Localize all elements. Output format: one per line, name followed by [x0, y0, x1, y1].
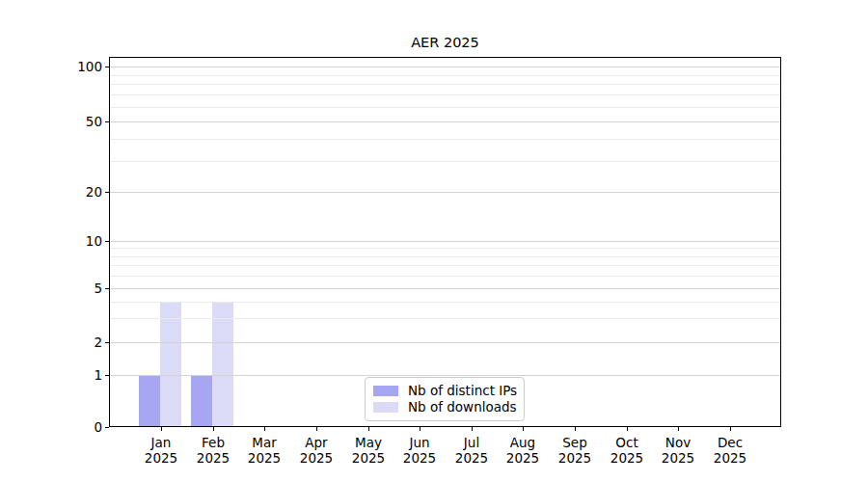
bar-downloads: [212, 302, 233, 426]
x-tick-mark: [161, 427, 162, 431]
y-tick-mark: [105, 67, 109, 67]
y-tick-mark: [105, 241, 109, 242]
x-tick-mark: [472, 427, 473, 431]
y-tick-label: 20: [0, 183, 102, 201]
gridline-minor: [110, 248, 780, 249]
gridline-major: [110, 241, 780, 242]
legend-swatch-downloads: [373, 402, 398, 413]
y-tick-mark: [105, 288, 109, 289]
gridline-minor: [110, 84, 780, 85]
gridline-minor: [110, 318, 780, 319]
x-tick-mark: [575, 427, 576, 431]
legend-swatch-distinct-ips: [373, 386, 398, 396]
y-tick-mark: [105, 121, 109, 122]
gridline-major: [110, 192, 780, 193]
legend-item: Nb of distinct IPs: [373, 383, 516, 399]
legend-item: Nb of downloads: [373, 399, 516, 415]
bar-distinct-ips: [191, 375, 212, 426]
x-tick-mark: [368, 427, 369, 431]
y-tick-mark: [105, 427, 109, 428]
legend-label: Nb of downloads: [408, 399, 517, 415]
gridline-major: [110, 342, 780, 343]
y-tick-label: 2: [0, 334, 102, 351]
legend-label: Nb of distinct IPs: [408, 383, 517, 399]
y-tick-label: 100: [0, 58, 102, 75]
gridline-minor: [110, 161, 780, 162]
x-tick-mark: [678, 427, 679, 431]
gridline-major: [110, 288, 780, 289]
y-tick-mark: [105, 192, 109, 193]
x-tick-mark: [213, 427, 214, 431]
y-tick-label: 10: [0, 232, 102, 250]
gridline-major: [110, 375, 780, 376]
x-tick-mark: [420, 427, 420, 431]
x-tick-mark: [627, 427, 628, 431]
chart-figure: AER 2025 0125102050100Jan 2025Feb 2025Ma…: [0, 0, 868, 482]
gridline-minor: [110, 265, 780, 266]
x-tick-label: Dec 2025: [699, 435, 761, 466]
x-tick-mark: [264, 427, 265, 431]
plot-area: [109, 57, 781, 427]
gridline-minor: [110, 139, 780, 140]
gridline-minor: [110, 94, 780, 95]
y-tick-mark: [105, 342, 109, 343]
y-tick-mark: [105, 375, 109, 376]
y-tick-label: 0: [0, 418, 102, 436]
y-tick-label: 50: [0, 113, 102, 130]
legend: Nb of distinct IPsNb of downloads: [365, 377, 525, 421]
gridline-minor: [110, 256, 780, 257]
gridline-major: [110, 67, 780, 67]
gridline-minor: [110, 107, 780, 108]
bar-distinct-ips: [139, 375, 160, 426]
y-tick-label: 5: [0, 280, 102, 297]
gridline-minor: [110, 302, 780, 303]
gridline-minor: [110, 75, 780, 76]
gridline-major: [110, 121, 780, 122]
x-tick-mark: [316, 427, 317, 431]
bar-downloads: [160, 302, 181, 426]
y-tick-label: 1: [0, 366, 102, 384]
chart-title: AER 2025: [109, 35, 781, 51]
gridline-minor: [110, 276, 780, 277]
x-tick-mark: [730, 427, 731, 431]
x-tick-mark: [523, 427, 524, 431]
